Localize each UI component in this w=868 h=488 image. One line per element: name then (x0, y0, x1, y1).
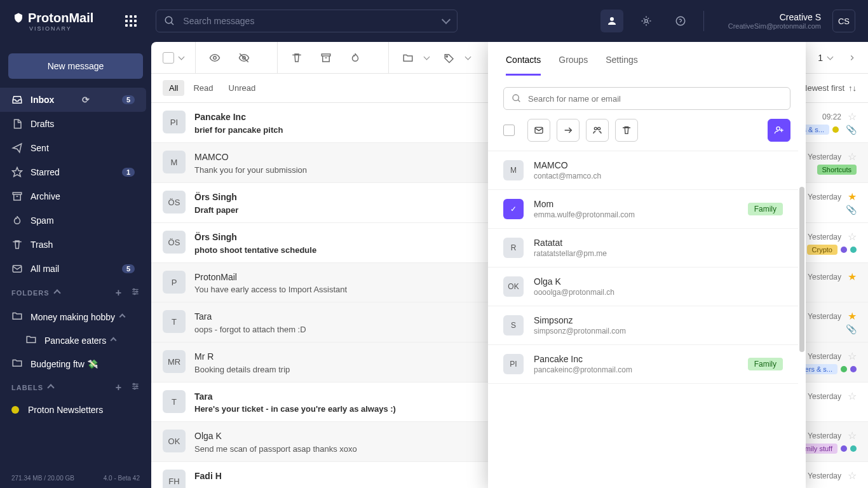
search-input[interactable] (183, 16, 443, 26)
sender-avatar: OK (163, 430, 186, 452)
contacts-select-all[interactable] (503, 125, 515, 136)
refresh-icon[interactable]: ⟳ (82, 95, 90, 105)
chevron-down-icon[interactable] (827, 53, 834, 60)
scrollbar-thumb[interactable] (799, 187, 804, 352)
folders-section-header[interactable]: FOLDERS + (0, 281, 151, 305)
message-time: Yesterday (808, 431, 841, 440)
nav-drafts[interactable]: Drafts (0, 112, 146, 136)
chevron-down-icon[interactable] (442, 15, 451, 24)
nav-spam[interactable]: Spam (0, 208, 146, 233)
tab-contacts[interactable]: Contacts (506, 55, 541, 76)
delete-contact-icon[interactable] (615, 119, 638, 142)
spam-icon[interactable] (348, 50, 363, 65)
label-icon[interactable] (442, 50, 457, 65)
star-icon[interactable]: ☆ (848, 151, 857, 163)
star-icon[interactable]: ☆ (848, 430, 857, 442)
next-page-icon[interactable] (848, 53, 857, 62)
star-icon[interactable]: ☆ (848, 350, 857, 362)
nav-all-mail[interactable]: All mail5 (0, 257, 146, 281)
nav-sent[interactable]: Sent (0, 136, 146, 160)
chevron-up-icon (53, 289, 60, 296)
star-icon[interactable]: ★ (848, 271, 857, 283)
contact-name: Mom (534, 199, 748, 209)
message-time: Yesterday (808, 193, 841, 201)
apps-grid-icon[interactable] (125, 15, 137, 27)
contact-row[interactable]: ✓ Mom emma.wulfe@protonmail.com Family (488, 190, 798, 229)
contact-name: Olga K (534, 276, 783, 287)
forward-contact-icon[interactable] (557, 119, 580, 142)
archive-icon[interactable] (318, 50, 334, 65)
sort-arrow-icon: ↑↓ (848, 83, 857, 93)
message-time: Yesterday (808, 233, 841, 241)
search-bar[interactable] (156, 10, 458, 32)
sender-name: ProtonMail (194, 272, 237, 282)
chevron-down-icon[interactable] (179, 53, 185, 60)
select-all-checkbox[interactable] (163, 52, 174, 64)
filter-read[interactable]: Read (187, 80, 219, 96)
contact-avatar: ✓ (503, 199, 524, 219)
folder-item[interactable]: Budgeting ftw 💸 (0, 352, 151, 376)
settings-button[interactable] (635, 10, 658, 32)
label-dot (841, 366, 847, 372)
contacts-button[interactable] (600, 10, 623, 32)
contacts-search-input[interactable] (528, 94, 782, 104)
compose-button[interactable]: New message (8, 53, 143, 79)
user-info[interactable]: Creative S CreativeSim@protonmail.com (728, 12, 821, 30)
user-display-name: Creative S (728, 12, 821, 22)
svg-point-30 (776, 127, 780, 130)
contact-row[interactable]: M MAMCO contact@mamco.ch (488, 151, 798, 190)
star-icon[interactable]: ★ (848, 310, 857, 322)
mark-unread-icon[interactable] (236, 50, 252, 65)
filter-unread[interactable]: Unread (222, 80, 262, 96)
label-dot (841, 445, 847, 452)
svg-point-13 (134, 293, 135, 294)
contacts-search[interactable] (503, 87, 790, 110)
star-icon[interactable]: ★ (848, 191, 857, 203)
chevron-down-icon[interactable] (465, 53, 471, 60)
avatar[interactable]: CS (832, 10, 855, 32)
add-contact-button[interactable] (768, 119, 790, 142)
attachment-icon: 📎 (846, 205, 857, 215)
sidebar: New message Inbox⟳5DraftsSentStarred1Arc… (0, 42, 151, 488)
label-item[interactable]: Proton Newsletters (0, 400, 151, 420)
filter-all[interactable]: All (163, 80, 184, 96)
star-icon[interactable]: ☆ (848, 390, 857, 402)
nav-archive[interactable]: Archive (0, 184, 146, 208)
nav-trash[interactable]: Trash (0, 233, 146, 257)
svg-point-20 (214, 56, 217, 59)
contact-name: Simpsonz (534, 315, 783, 325)
contact-row[interactable]: OK Olga K oooolga@protonmail.ch (488, 268, 798, 306)
sender-name: Olga K (194, 431, 222, 441)
nav-inbox[interactable]: Inbox⟳5 (0, 88, 146, 112)
contact-row[interactable]: S Simpsonz simpsonz@protonmail.com (488, 306, 798, 345)
sender-avatar: FH (163, 470, 186, 488)
merge-contact-icon[interactable] (586, 119, 609, 142)
star-icon[interactable]: ☆ (848, 111, 857, 123)
nav-starred[interactable]: Starred1 (0, 160, 146, 184)
mark-read-icon[interactable] (207, 50, 222, 65)
sliders-icon[interactable] (131, 287, 140, 296)
folder-item[interactable]: Pancake eaters (0, 329, 151, 352)
brand-name: ProtonMail (28, 11, 93, 25)
move-to-folder-icon[interactable] (400, 50, 416, 65)
trash-icon[interactable] (289, 50, 304, 65)
plus-icon[interactable]: + (116, 287, 122, 299)
contact-row[interactable]: R Ratatat ratatatstellar@pm.me (488, 229, 798, 268)
sender-name: Örs Singh (194, 232, 237, 242)
tab-groups[interactable]: Groups (559, 55, 588, 76)
labels-section-header[interactable]: LABELS + (0, 376, 151, 400)
svg-point-4 (676, 17, 685, 25)
sort-button[interactable]: Newest first ↑↓ (801, 83, 857, 93)
tab-settings[interactable]: Settings (606, 55, 638, 76)
star-icon[interactable]: ☆ (848, 470, 857, 482)
compose-to-contact-icon[interactable] (527, 119, 550, 142)
attachment-icon: 📎 (846, 125, 857, 135)
help-button[interactable] (669, 10, 692, 32)
star-icon[interactable]: ☆ (848, 231, 857, 243)
sliders-icon[interactable] (131, 382, 140, 391)
folder-item[interactable]: Money making hobby (0, 305, 151, 329)
contact-row[interactable]: PI Pancake Inc pancakeinc@protonmail.com… (488, 345, 798, 384)
label-pill: Crypto (807, 245, 837, 255)
plus-icon[interactable]: + (116, 382, 122, 393)
chevron-down-icon[interactable] (424, 53, 430, 60)
